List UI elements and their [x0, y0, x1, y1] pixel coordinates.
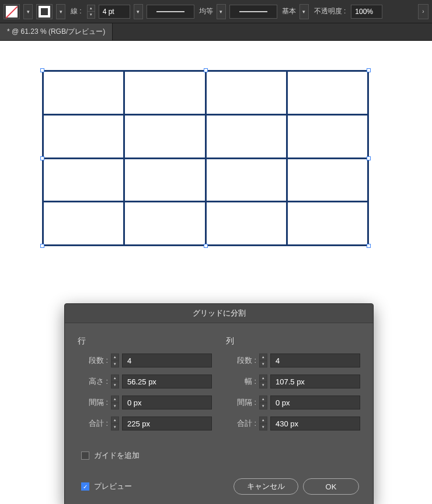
selection-handle[interactable] — [204, 244, 208, 248]
row-gutter-input[interactable]: 0 px — [122, 396, 212, 410]
selection-handle[interactable] — [367, 156, 371, 160]
grid-table — [42, 70, 369, 246]
col-total-label: 合計 : — [226, 418, 256, 429]
stroke-profile-dropdown[interactable]: ▾ — [217, 4, 226, 19]
selection-handle[interactable] — [367, 244, 371, 248]
row-gutter-label: 間隔 : — [78, 397, 108, 408]
stroke-swatch[interactable] — [36, 4, 53, 19]
row-total-label: 合計 : — [78, 418, 108, 429]
row-height-label: 高さ : — [78, 376, 108, 387]
dialog-title: グリッドに分割 — [65, 304, 373, 323]
opacity-input[interactable]: 100% — [351, 5, 382, 19]
row-total-stepper[interactable]: ▴▾ — [111, 416, 119, 430]
row-count-label: 段数 : — [78, 355, 108, 366]
col-count-label: 段数 : — [226, 355, 256, 366]
col-total-input[interactable]: 430 px — [270, 416, 360, 430]
properties-toolbar: ▾ ▾ 線 : ▴▾ 4 pt ▾ 均等 ▾ 基本 ▾ 不透明度 : 100% … — [0, 0, 432, 23]
col-gutter-input[interactable]: 0 px — [270, 396, 360, 410]
add-guides-checkbox[interactable] — [81, 452, 89, 460]
selection-handle[interactable] — [40, 156, 44, 160]
row-total-input[interactable]: 225 px — [122, 416, 212, 430]
canvas[interactable]: グリッドに分割 行 段数 : ▴▾ 4 高さ : ▴▾ 56.25 px 間隔 … — [0, 41, 432, 504]
col-width-label: 幅 : — [226, 376, 256, 387]
row-count-stepper[interactable]: ▴▾ — [111, 354, 119, 368]
columns-section-title: 列 — [226, 336, 360, 346]
add-guides-label: ガイドを追加 — [94, 450, 140, 461]
row-gutter-stepper[interactable]: ▴▾ — [111, 396, 119, 410]
row-count-input[interactable]: 4 — [122, 354, 212, 368]
brush-preview[interactable] — [229, 5, 277, 19]
row-height-stepper[interactable]: ▴▾ — [111, 374, 119, 388]
col-gutter-label: 間隔 : — [226, 397, 256, 408]
col-total-stepper[interactable]: ▴▾ — [259, 416, 267, 430]
row-height-input[interactable]: 56.25 px — [122, 374, 212, 388]
ok-button[interactable]: OK — [303, 478, 359, 495]
stroke-dropdown[interactable]: ▾ — [56, 4, 65, 19]
document-tab-bar: * @ 61.23 % (RGB/プレビュー) — [0, 23, 432, 41]
grid-object[interactable] — [42, 70, 369, 246]
selection-handle[interactable] — [40, 68, 44, 72]
selection-handle[interactable] — [204, 68, 208, 72]
stroke-weight-stepper[interactable]: ▴▾ — [87, 5, 95, 19]
rows-section: 行 段数 : ▴▾ 4 高さ : ▴▾ 56.25 px 間隔 : ▴▾ 0 p… — [78, 336, 212, 438]
stroke-label: 線 : — [71, 6, 82, 16]
brush-dropdown[interactable]: ▾ — [299, 4, 309, 19]
stroke-profile-preview[interactable] — [147, 5, 194, 19]
col-count-stepper[interactable]: ▴▾ — [259, 354, 267, 368]
opacity-label: 不透明度 : — [314, 6, 346, 16]
fill-swatch[interactable] — [4, 4, 20, 19]
cancel-button[interactable]: キャンセル — [234, 478, 298, 495]
selection-handle[interactable] — [367, 68, 371, 72]
toolbar-more-icon[interactable]: › — [418, 4, 428, 19]
stroke-weight-dropdown[interactable]: ▾ — [134, 4, 143, 19]
stroke-profile-label: 均等 — [199, 6, 213, 16]
document-tab[interactable]: * @ 61.23 % (RGB/プレビュー) — [0, 23, 113, 40]
col-gutter-stepper[interactable]: ▴▾ — [259, 396, 267, 410]
split-into-grid-dialog: グリッドに分割 行 段数 : ▴▾ 4 高さ : ▴▾ 56.25 px 間隔 … — [64, 303, 374, 504]
preview-checkbox[interactable]: ✓ — [81, 482, 89, 491]
rows-section-title: 行 — [78, 336, 212, 346]
col-count-input[interactable]: 4 — [270, 354, 360, 368]
col-width-stepper[interactable]: ▴▾ — [259, 374, 267, 388]
columns-section: 列 段数 : ▴▾ 4 幅 : ▴▾ 107.5 px 間隔 : ▴▾ 0 px — [226, 336, 360, 438]
brush-label: 基本 — [282, 6, 296, 16]
fill-dropdown[interactable]: ▾ — [23, 4, 33, 19]
selection-handle[interactable] — [40, 244, 44, 248]
stroke-weight-input[interactable]: 4 pt — [99, 5, 130, 19]
col-width-input[interactable]: 107.5 px — [270, 374, 360, 388]
preview-label: プレビュー — [94, 481, 132, 492]
